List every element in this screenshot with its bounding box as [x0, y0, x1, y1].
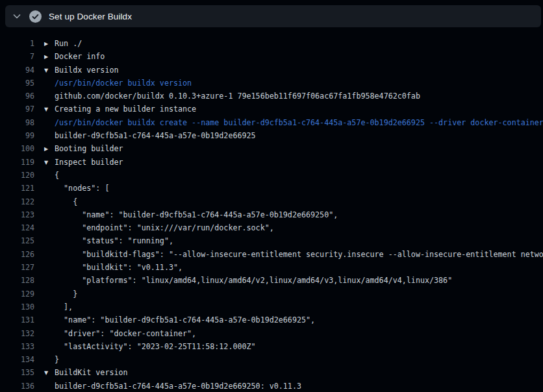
group-label: Booting builder	[55, 144, 123, 153]
log-line: 123 "name": "builder-d9cfb5a1-c764-445a-…	[0, 208, 543, 221]
command-text: /usr/bin/docker buildx version	[44, 77, 192, 90]
group-toggle[interactable]: ▼Inspect builder	[44, 156, 123, 169]
expand-triangle-icon: ▶	[44, 38, 55, 50]
step-header[interactable]: Set up Docker Buildx	[5, 5, 541, 27]
line-number[interactable]: 95	[0, 77, 34, 90]
line-number[interactable]: 119	[0, 156, 34, 169]
line-number[interactable]: 127	[0, 261, 34, 274]
group-label: BuildKit version	[55, 368, 128, 377]
line-number[interactable]: 123	[0, 208, 34, 221]
output-text: "buildkit": "v0.11.3",	[44, 261, 183, 274]
group-label: Run ./	[55, 39, 82, 48]
line-number[interactable]: 124	[0, 221, 34, 234]
log-line: 134}	[0, 353, 543, 366]
collapse-triangle-icon: ▼	[44, 367, 55, 379]
line-number[interactable]: 1	[0, 37, 34, 50]
output-text: "endpoint": "unix:///var/run/docker.sock…	[44, 221, 274, 234]
output-text: {	[44, 169, 59, 182]
log-lines: 1▶Run ./7▶Docker info94▼Buildx version95…	[0, 37, 543, 392]
step-title: Set up Docker Buildx	[49, 12, 132, 21]
log-group-row: 119▼Inspect builder	[0, 156, 543, 169]
group-toggle[interactable]: ▶Booting builder	[44, 142, 123, 155]
output-text: "name": "builder-d9cfb5a1-c764-445a-a57e…	[44, 208, 338, 221]
output-text: "nodes": [	[44, 182, 109, 195]
log-line: 98/usr/bin/docker buildx create --name b…	[0, 116, 543, 129]
group-toggle[interactable]: ▼Buildx version	[44, 64, 119, 77]
log-line: 136builder-d9cfb5a1-c764-445a-a57e-0b19d…	[0, 380, 543, 392]
log-group-row: 7▶Docker info	[0, 50, 543, 63]
output-text: builder-d9cfb5a1-c764-445a-a57e-0b19d2e6…	[44, 380, 301, 392]
log-group-row: 135▼BuildKit version	[0, 366, 543, 379]
log-line: 133 "lastActivity": "2023-02-25T11:58:12…	[0, 340, 543, 353]
check-circle-icon	[29, 10, 42, 23]
output-text: "lastActivity": "2023-02-25T11:58:12.000…	[44, 340, 256, 353]
log-line: 125 "status": "running",	[0, 234, 543, 247]
line-number[interactable]: 130	[0, 300, 34, 313]
log-line: 121 "nodes": [	[0, 182, 543, 195]
line-number[interactable]: 96	[0, 90, 34, 103]
log-line: 130 ],	[0, 300, 543, 313]
line-number[interactable]: 136	[0, 380, 34, 392]
log-line: 127 "buildkit": "v0.11.3",	[0, 261, 543, 274]
log-line: 129 }	[0, 288, 543, 300]
line-number[interactable]: 97	[0, 103, 34, 116]
group-toggle[interactable]: ▼BuildKit version	[44, 366, 128, 379]
line-number[interactable]: 99	[0, 129, 34, 142]
log-line: 132 "driver": "docker-container",	[0, 327, 543, 340]
output-text: }	[44, 353, 59, 366]
collapse-triangle-icon: ▼	[44, 156, 55, 169]
log-group-row: 94▼Buildx version	[0, 64, 543, 77]
output-text: "platforms": "linux/amd64,linux/amd64/v2…	[44, 274, 452, 287]
log-group-row: 1▶Run ./	[0, 37, 543, 50]
log-line: 122 {	[0, 195, 543, 208]
log-line: 120{	[0, 169, 543, 182]
line-number[interactable]: 94	[0, 64, 34, 77]
group-label: Buildx version	[55, 66, 119, 75]
output-text: "buildkitd-flags": "--allow-insecure-ent…	[44, 248, 543, 261]
line-number[interactable]: 134	[0, 353, 34, 366]
output-text: builder-d9cfb5a1-c764-445a-a57e-0b19d2e6…	[44, 129, 256, 142]
collapse-triangle-icon: ▼	[44, 103, 55, 116]
chevron-down-icon[interactable]	[12, 11, 22, 21]
line-number[interactable]: 122	[0, 195, 34, 208]
log-line: 128 "platforms": "linux/amd64,linux/amd6…	[0, 274, 543, 287]
group-label: Docker info	[55, 52, 105, 61]
expand-triangle-icon: ▶	[44, 51, 55, 63]
log-line: 126 "buildkitd-flags": "--allow-insecure…	[0, 248, 543, 261]
log-line: 95/usr/bin/docker buildx version	[0, 77, 543, 90]
line-number[interactable]: 100	[0, 142, 34, 155]
collapse-triangle-icon: ▼	[44, 64, 55, 77]
line-number[interactable]: 135	[0, 366, 34, 379]
line-number[interactable]: 131	[0, 313, 34, 326]
line-number[interactable]: 129	[0, 288, 34, 300]
line-number[interactable]: 125	[0, 234, 34, 247]
log-line: 99builder-d9cfb5a1-c764-445a-a57e-0b19d2…	[0, 129, 543, 142]
line-number[interactable]: 120	[0, 169, 34, 182]
line-number[interactable]: 7	[0, 50, 34, 63]
log-group-row: 97▼Creating a new builder instance	[0, 103, 543, 116]
line-number[interactable]: 133	[0, 340, 34, 353]
line-number[interactable]: 128	[0, 274, 34, 287]
group-label: Inspect builder	[55, 158, 123, 167]
output-text: }	[44, 288, 77, 300]
log-line: 96github.com/docker/buildx 0.10.3+azure-…	[0, 90, 543, 103]
output-text: github.com/docker/buildx 0.10.3+azure-1 …	[44, 90, 420, 103]
line-number[interactable]: 132	[0, 327, 34, 340]
group-toggle[interactable]: ▼Creating a new builder instance	[44, 103, 196, 116]
line-number[interactable]: 121	[0, 182, 34, 195]
output-text: "name": "builder-d9cfb5a1-c764-445a-a57e…	[44, 313, 315, 326]
output-text: ],	[44, 300, 73, 313]
group-toggle[interactable]: ▶Docker info	[44, 50, 105, 63]
group-label: Creating a new builder instance	[55, 104, 196, 114]
log-line: 131 "name": "builder-d9cfb5a1-c764-445a-…	[0, 313, 543, 326]
line-number[interactable]: 98	[0, 116, 34, 129]
log-group-row: 100▶Booting builder	[0, 142, 543, 155]
log-line: 124 "endpoint": "unix:///var/run/docker.…	[0, 221, 543, 234]
group-toggle[interactable]: ▶Run ./	[44, 37, 82, 50]
actions-log-viewer: Set up Docker Buildx 1▶Run ./7▶Docker in…	[0, 0, 543, 392]
output-text: "driver": "docker-container",	[44, 327, 196, 340]
line-number[interactable]: 126	[0, 248, 34, 261]
output-text: "status": "running",	[44, 234, 173, 247]
expand-triangle-icon: ▶	[44, 143, 55, 155]
command-text: /usr/bin/docker buildx create --name bui…	[44, 116, 543, 129]
